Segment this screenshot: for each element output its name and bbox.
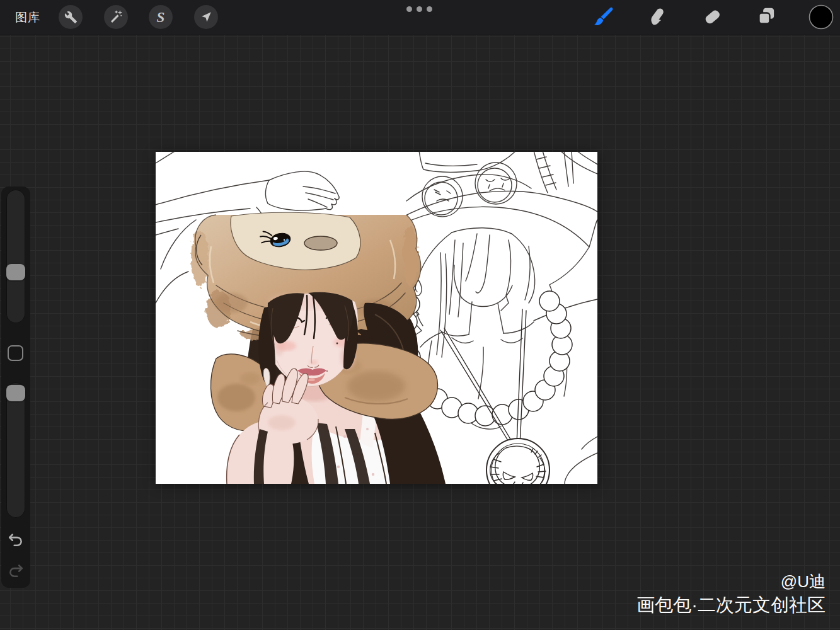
gallery-button[interactable]: 图库 — [15, 0, 40, 35]
redo-arrow-icon — [6, 571, 25, 581]
brush-sidebar — [1, 186, 30, 588]
actions-button[interactable] — [59, 5, 83, 29]
beauty-mark — [337, 343, 338, 345]
selection-s-icon: S — [152, 9, 169, 25]
transform-button[interactable] — [194, 5, 218, 29]
watermark: @U迪 画包包·二次元文创社区 — [636, 570, 826, 617]
undo-arrow-icon — [6, 540, 25, 551]
canvas-artwork[interactable] — [156, 152, 597, 484]
brush-icon — [592, 5, 615, 30]
modify-button[interactable] — [8, 345, 23, 361]
transform-arrow-icon — [199, 10, 213, 24]
layers-button[interactable] — [752, 4, 780, 32]
eraser-icon — [701, 6, 723, 30]
selection-button[interactable]: S — [149, 5, 173, 29]
wrench-icon — [64, 11, 78, 24]
watermark-community: 画包包·二次元文创社区 — [636, 593, 826, 617]
current-color-circle — [810, 6, 833, 29]
redo-button[interactable] — [6, 561, 25, 580]
opacity-slider[interactable] — [6, 382, 25, 518]
ellipsis-dot — [406, 6, 412, 12]
top-toolbar: 图库 S — [0, 0, 840, 35]
brush-size-slider[interactable] — [6, 190, 25, 323]
paint-tool-button[interactable] — [590, 4, 618, 32]
watermark-author: @U迪 — [636, 570, 826, 593]
ellipsis-dot — [427, 6, 432, 12]
drawing-canvas[interactable] — [156, 152, 597, 484]
eraser-tool-button[interactable] — [698, 4, 726, 32]
brush-size-slider-handle[interactable] — [6, 264, 25, 280]
undo-button[interactable] — [6, 530, 25, 549]
layers-icon — [756, 6, 777, 30]
opacity-slider-handle[interactable] — [6, 385, 25, 401]
magic-wand-icon — [109, 10, 123, 24]
monkey-nose — [304, 236, 337, 250]
smudge-tool-button[interactable] — [644, 4, 672, 32]
ellipsis-dot — [417, 6, 422, 12]
color-swatch-button[interactable] — [808, 4, 834, 30]
smudge-icon — [647, 6, 669, 30]
canvas-options-button[interactable] — [406, 6, 432, 12]
adjustments-button[interactable] — [104, 5, 128, 29]
svg-text:S: S — [157, 9, 165, 25]
